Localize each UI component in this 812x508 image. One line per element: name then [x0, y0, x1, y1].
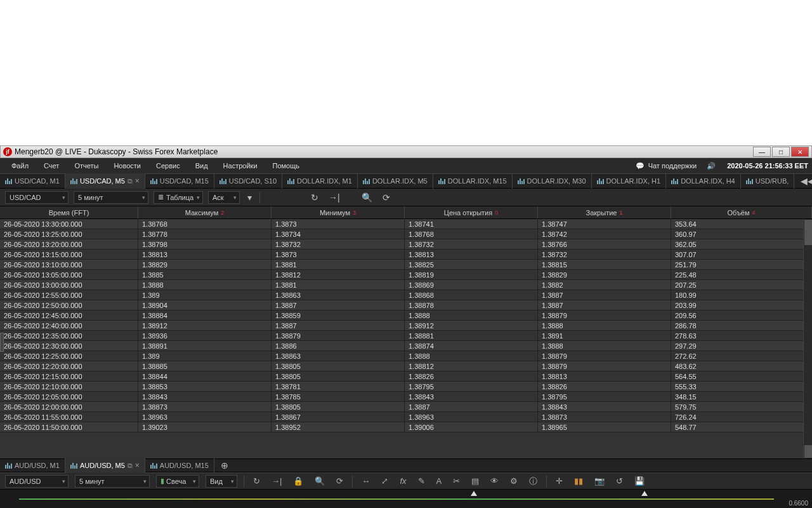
eye-icon[interactable]: 👁	[488, 476, 501, 486]
charttype-dropdown-bottom[interactable]: ▮Свеча	[156, 475, 199, 488]
search-icon[interactable]: 🔍	[359, 192, 375, 203]
menu-item[interactable]: Настройки	[216, 162, 265, 170]
chart-tab[interactable]: DOLLAR.IDX, H1	[592, 173, 667, 189]
goto-end-icon[interactable]: →|	[269, 476, 284, 486]
palette-icon[interactable]: ▮▮	[572, 476, 586, 486]
add-chart-icon[interactable]: ⊕	[218, 460, 231, 471]
sync-icon[interactable]: ⟳	[380, 192, 393, 203]
period-dropdown[interactable]: 5 минут	[74, 191, 148, 204]
chart-tab[interactable]: USD/CAD, M15	[145, 173, 214, 189]
maximize-button[interactable]: □	[772, 147, 790, 157]
chart-tab[interactable]: DOLLAR.IDX, M5	[358, 173, 433, 189]
popout-icon[interactable]: ⧉	[128, 462, 133, 470]
snapshot-icon[interactable]: 📷	[592, 476, 607, 486]
table-row[interactable]: 26-05-2020 12:05:00.0001.388431.387851.3…	[0, 392, 812, 402]
chart-tab[interactable]: DOLLAR.IDX, M1	[282, 173, 358, 189]
tab-scroll-left[interactable]: ◀◀	[798, 176, 812, 186]
table-row[interactable]: 26-05-2020 11:55:00.0001.389631.388671.3…	[0, 412, 812, 422]
chart-tab[interactable]: AUD/USD, M5⧉×	[65, 458, 145, 473]
table-row[interactable]: 26-05-2020 12:30:00.0001.388911.38861.38…	[0, 341, 812, 351]
close-icon[interactable]: ×	[135, 177, 140, 185]
col-open[interactable]: Цена открытия0	[405, 206, 538, 218]
table-row[interactable]: 26-05-2020 11:50:00.0001.390231.389521.3…	[0, 422, 812, 432]
chart-tab[interactable]: DOLLAR.IDX, M15	[433, 173, 513, 189]
reload-icon[interactable]: ↺	[613, 476, 625, 486]
menu-item[interactable]: Счет	[36, 162, 67, 170]
zoom-in-icon[interactable]: ⤢	[379, 476, 391, 486]
draw-icon[interactable]: ✎	[416, 476, 428, 486]
chart-tab[interactable]: USD/CAD, M5⧉×	[65, 173, 145, 189]
table-row[interactable]: 26-05-2020 12:15:00.0001.388441.388051.3…	[0, 371, 812, 382]
indicator-icon[interactable]: fx	[397, 476, 409, 486]
chat-support-button[interactable]: 💬 Чат поддержки	[631, 162, 702, 170]
app-logo-icon: jf	[3, 147, 12, 156]
cell-high: 1.38963	[138, 412, 272, 422]
menu-item[interactable]: Вид	[188, 162, 216, 170]
search-icon[interactable]: 🔍	[312, 476, 327, 486]
table-row[interactable]: 26-05-2020 12:20:00.0001.388851.388051.3…	[0, 361, 812, 371]
text-icon[interactable]: A	[434, 476, 445, 486]
menu-item[interactable]: Новости	[106, 162, 148, 170]
chart-preview[interactable]: 0.6600	[0, 489, 812, 508]
chart-tab[interactable]: USD/CAD, S10	[214, 173, 282, 189]
table-row[interactable]: 26-05-2020 12:50:00.0001.389041.38871.38…	[0, 300, 812, 311]
side-dropdown-bottom[interactable]: Вид	[206, 475, 237, 488]
refresh-icon[interactable]: ↻	[308, 192, 321, 203]
cell-volume: 564.55	[671, 371, 812, 381]
table-row[interactable]: 26-05-2020 13:15:00.0001.388131.38731.38…	[0, 250, 812, 260]
cell-volume: 348.15	[671, 392, 812, 401]
close-button[interactable]: ✕	[791, 147, 809, 157]
settings-icon[interactable]: ⚙	[508, 476, 520, 486]
table-row[interactable]: 26-05-2020 13:00:00.0001.38881.38811.388…	[0, 280, 812, 290]
menu-item[interactable]: Помощь	[265, 162, 308, 170]
table-row[interactable]: 26-05-2020 12:40:00.0001.389121.38871.38…	[0, 321, 812, 331]
col-volume[interactable]: Объём4	[671, 206, 812, 218]
table-row[interactable]: 26-05-2020 13:25:00.0001.387781.387341.3…	[0, 229, 812, 239]
instrument-dropdown[interactable]: USD/CAD	[5, 191, 69, 204]
chart-tab[interactable]: DOLLAR.IDX, H4	[666, 173, 741, 189]
menu-item[interactable]: Сервис	[148, 162, 188, 170]
table-row[interactable]: 26-05-2020 13:05:00.0001.38851.388121.38…	[0, 270, 812, 280]
period-dropdown-bottom[interactable]: 5 минут	[75, 475, 150, 488]
menu-item[interactable]: Отчеты	[67, 162, 106, 170]
cut-icon[interactable]: ✂	[450, 476, 462, 486]
save-icon[interactable]: 💾	[632, 476, 647, 486]
table-row[interactable]: 26-05-2020 12:55:00.0001.3891.388631.388…	[0, 290, 812, 300]
filter-icon[interactable]: ▾	[245, 192, 254, 203]
table-row[interactable]: 26-05-2020 12:35:00.0001.389361.388791.3…	[0, 331, 812, 341]
table-row[interactable]: 26-05-2020 12:25:00.0001.3891.388631.388…	[0, 351, 812, 361]
table-row[interactable]: 26-05-2020 12:10:00.0001.388531.387811.3…	[0, 382, 812, 392]
col-high[interactable]: Максимум2	[138, 206, 272, 218]
layers-icon[interactable]: ▤	[469, 476, 481, 486]
col-close[interactable]: Закрытие1	[538, 206, 671, 218]
menu-item[interactable]: Файл	[4, 162, 36, 170]
table-row[interactable]: 26-05-2020 13:10:00.0001.388291.38811.38…	[0, 260, 812, 270]
sync-icon[interactable]: ⟳	[334, 476, 346, 486]
info-icon[interactable]: ⓘ	[527, 476, 540, 487]
table-row[interactable]: 26-05-2020 12:45:00.0001.388841.388591.3…	[0, 311, 812, 321]
minimize-button[interactable]: —	[753, 147, 771, 157]
instrument-dropdown-bottom[interactable]: AUD/USD	[5, 475, 69, 488]
lock-icon[interactable]: 🔒	[291, 476, 306, 486]
table-row[interactable]: 26-05-2020 13:20:00.0001.387981.387321.3…	[0, 239, 812, 250]
chart-tab[interactable]: AUD/USD, M1	[0, 458, 65, 473]
chart-tab[interactable]: AUD/USD, M15	[145, 458, 214, 473]
crosshair-icon[interactable]: ✛	[553, 476, 565, 486]
close-icon[interactable]: ×	[135, 461, 140, 470]
chart-tab[interactable]: DOLLAR.IDX, M30	[513, 173, 592, 189]
side-panel-handle[interactable]	[0, 333, 4, 352]
col-time[interactable]: Время (FFT)	[0, 206, 138, 218]
chart-tab[interactable]: USD/CAD, M1	[0, 173, 65, 189]
table-row[interactable]: 26-05-2020 12:00:00.0001.388731.388051.3…	[0, 402, 812, 412]
popout-icon[interactable]: ⧉	[128, 177, 133, 185]
chart-tab[interactable]: USD/RUB,	[741, 173, 795, 189]
sound-button[interactable]: 🔊	[702, 162, 721, 170]
side-dropdown[interactable]: Аск	[208, 191, 240, 204]
table-row[interactable]: 26-05-2020 13:30:00.0001.387681.38731.38…	[0, 219, 812, 229]
vertical-scrollbar[interactable]	[803, 219, 812, 458]
col-low[interactable]: Минимум3	[272, 206, 405, 218]
zoom-out-icon[interactable]: ↔	[359, 476, 372, 486]
view-dropdown[interactable]: ≣Таблица	[154, 191, 203, 204]
goto-icon[interactable]: →|	[326, 192, 343, 203]
refresh-icon[interactable]: ↻	[251, 476, 263, 486]
